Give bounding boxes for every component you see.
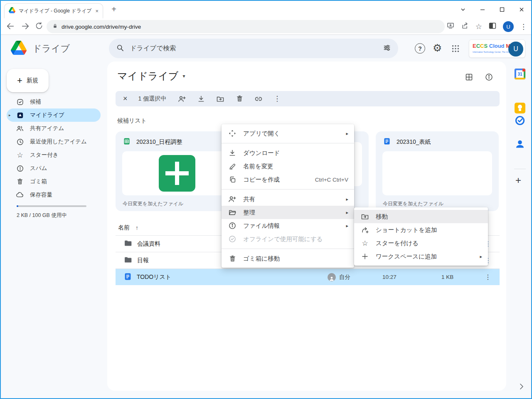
tab-close-icon[interactable]: ×	[95, 8, 99, 14]
my-drive-icon	[16, 111, 24, 119]
modified-time: 10:27	[382, 274, 397, 280]
hide-side-panel-chevron-icon[interactable]	[520, 383, 524, 392]
page-title[interactable]: マイドライブ ▾	[117, 69, 185, 83]
expand-arrow-icon[interactable]: ▸	[9, 113, 11, 117]
owner-name: 自分	[339, 273, 350, 281]
account-badge: ECCS Cloud Mail Information Technology C…	[469, 39, 525, 58]
calendar-icon[interactable]: 31	[515, 69, 525, 79]
view-toggle-icon[interactable]	[465, 73, 473, 83]
menu-item-open-with[interactable]: アプリで開く ▸	[222, 127, 354, 140]
move-folder-icon[interactable]	[216, 95, 224, 103]
file-name: 日報	[137, 257, 149, 264]
context-menu: アプリで開く ▸ ダウンロード 名前を変更 コピーを作成 Ctrl+C Ctrl…	[222, 124, 354, 268]
window-close-icon[interactable]	[512, 1, 531, 18]
menu-item-move-to-trash[interactable]: ゴミ箱に移動	[222, 252, 354, 265]
menu-item-make-copy[interactable]: コピーを作成 Ctrl+C Ctrl+V	[222, 173, 354, 186]
sidebar-item-recent[interactable]: 最近使用したアイテム	[7, 135, 101, 148]
move-folder-icon	[361, 212, 369, 221]
details-info-icon[interactable]	[485, 73, 493, 83]
caret-down-icon: ▾	[182, 73, 185, 79]
card-caption: 今日変更を加えたファイル	[376, 195, 499, 207]
share-icon[interactable]	[461, 22, 469, 32]
apps-grid-icon[interactable]	[451, 44, 460, 55]
forward-button[interactable]	[21, 22, 30, 32]
person-add-icon	[228, 195, 236, 203]
menu-item-download[interactable]: ダウンロード	[222, 146, 354, 160]
sidebar-item-suggestions[interactable]: 候補	[7, 95, 101, 108]
share-person-add-icon[interactable]	[178, 95, 186, 103]
window-maximize-icon[interactable]	[492, 1, 512, 18]
browser-menu-icon[interactable]: ⋮	[520, 22, 527, 31]
browser-avatar[interactable]: U	[503, 21, 514, 32]
settings-gear-icon[interactable]: ⚙	[433, 42, 442, 54]
storage-progress-bar	[17, 205, 86, 207]
suggestion-card-1[interactable]: 202310_日程調整 今日変更を加えたファイル	[116, 131, 239, 211]
rename-pencil-icon	[228, 162, 236, 170]
storage-usage-text: 2 KB / 100 GB 使用中	[17, 212, 67, 219]
window-minimize-icon[interactable]	[473, 1, 492, 18]
new-button[interactable]: + 新規	[7, 69, 49, 92]
sheets-file-icon	[123, 138, 131, 147]
bookmark-star-icon[interactable]: ☆	[475, 22, 482, 31]
reload-button[interactable]	[35, 22, 43, 32]
submenu-item-add-shortcut[interactable]: ショートカットを追加	[354, 223, 488, 236]
new-tab-button[interactable]: +	[109, 5, 119, 14]
menu-item-file-info[interactable]: ファイル情報 ▸	[222, 219, 354, 232]
shared-icon	[16, 124, 24, 133]
submenu-arrow-icon: ▸	[346, 210, 348, 215]
keep-icon[interactable]	[515, 103, 525, 113]
strip-divider	[514, 169, 526, 169]
help-icon[interactable]: ?	[415, 43, 425, 54]
row-more-icon[interactable]: ⋮	[485, 273, 491, 281]
submenu-arrow-icon: ▸	[480, 254, 482, 259]
app-name: ドライブ	[32, 42, 70, 55]
side-panel-icon[interactable]	[488, 22, 497, 31]
open-with-icon	[228, 129, 236, 138]
get-link-icon[interactable]	[254, 95, 263, 103]
info-icon	[228, 222, 236, 230]
sidebar-item-trash[interactable]: ゴミ箱	[7, 175, 101, 188]
contacts-icon[interactable]	[515, 138, 525, 149]
card-caption: 今日変更を加えたファイル	[116, 195, 239, 207]
submenu-item-move[interactable]: 移動	[354, 210, 488, 223]
clear-selection-icon[interactable]: ×	[123, 94, 128, 103]
search-options-icon[interactable]	[383, 44, 391, 54]
browser-tab[interactable]: マイドライブ - Google ドライブ ×	[4, 3, 103, 18]
submenu-arrow-icon: ▸	[346, 223, 348, 229]
sidebar-item-spam[interactable]: スパム	[7, 162, 101, 175]
submenu-item-add-star[interactable]: ☆ スターを付ける	[354, 236, 488, 250]
sort-ascending-icon[interactable]: ↑	[135, 224, 138, 231]
sidebar-item-my-drive[interactable]: ▸ マイドライブ	[7, 108, 101, 122]
lock-icon	[52, 23, 58, 31]
address-bar[interactable]: drive.google.com/drive/my-drive	[47, 20, 445, 33]
file-row-selected[interactable]: TODOリスト 自分 10:27 1 KB ⋮	[116, 268, 500, 285]
add-shortcut-icon	[361, 226, 369, 234]
window-menu-chevron-icon[interactable]	[453, 1, 473, 18]
card-file-name: 202310_日程調整	[136, 138, 182, 146]
owner-cell: 自分	[328, 273, 350, 281]
download-icon[interactable]	[197, 95, 205, 103]
more-actions-icon[interactable]: ⋮	[273, 94, 281, 103]
trash-icon[interactable]	[235, 95, 244, 103]
sidebar-item-storage[interactable]: 保存容量	[7, 188, 101, 202]
account-badge-subtitle: Information Technology Center, The Unive…	[473, 51, 509, 53]
submenu-arrow-icon: ▸	[346, 131, 348, 136]
menu-item-organize[interactable]: 整理 ▸	[222, 206, 354, 219]
menu-item-offline: オフラインで使用可能にする	[222, 232, 354, 246]
account-avatar[interactable]: U	[508, 42, 523, 57]
install-icon[interactable]	[446, 22, 455, 32]
add-addon-icon[interactable]: +	[515, 175, 521, 186]
sidebar-item-shared[interactable]: 共有アイテム	[7, 122, 101, 135]
search-input[interactable]: ドライブで検索	[109, 39, 398, 58]
organize-submenu: 移動 ショートカットを追加 ☆ スターを付ける ワークスペースに追加 ▸	[354, 207, 488, 266]
star-icon: ☆	[361, 239, 369, 247]
tasks-icon[interactable]	[515, 115, 525, 126]
menu-item-share[interactable]: 共有 ▸	[222, 192, 354, 206]
download-icon	[228, 149, 236, 157]
suggestions-label: 候補リスト	[117, 117, 147, 125]
suggestion-card-3[interactable]: 202310_表紙 今日変更を加えたファイル	[376, 131, 499, 211]
submenu-item-add-to-workspace[interactable]: ワークスペースに追加 ▸	[354, 250, 488, 263]
back-button[interactable]	[6, 22, 15, 32]
menu-item-rename[interactable]: 名前を変更	[222, 160, 354, 173]
sidebar-item-starred[interactable]: ☆ スター付き	[7, 148, 101, 162]
